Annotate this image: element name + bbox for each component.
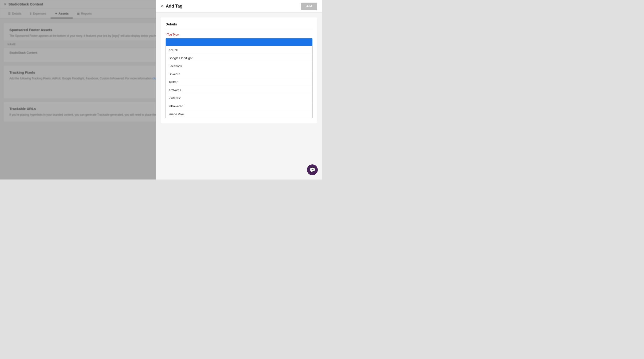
dropdown-option-linkedin[interactable]: LinkedIn: [166, 70, 312, 78]
dropdown-option-inpowered[interactable]: InPowered: [166, 102, 312, 110]
dropdown-option-facebook[interactable]: Facebook: [166, 62, 312, 70]
details-card: Details * Tag Type AdRoll Google Floodli…: [161, 18, 317, 123]
dropdown-selected-item[interactable]: [166, 38, 312, 46]
dropdown-option-pinterest[interactable]: Pinterest: [166, 94, 312, 102]
tag-type-dropdown[interactable]: AdRoll Google Floodlight Facebook Linked…: [166, 38, 312, 118]
dropdown-option-google-floodlight[interactable]: Google Floodlight: [166, 54, 312, 62]
modal-close-icon[interactable]: ×: [161, 4, 163, 9]
chat-bubble[interactable]: 💬: [307, 164, 318, 175]
add-tag-modal: × Add Tag Add Details * Tag Type AdRoll …: [156, 0, 322, 180]
modal-title: Add Tag: [166, 4, 298, 9]
details-section-title: Details: [166, 22, 312, 29]
chat-icon: 💬: [310, 167, 316, 173]
dropdown-options-list: AdRoll Google Floodlight Facebook Linked…: [166, 46, 312, 118]
dropdown-option-adwords[interactable]: AdWords: [166, 86, 312, 94]
dropdown-option-image-pixel[interactable]: Image Pixel: [166, 110, 312, 118]
tag-type-field: * Tag Type AdRoll Google Floodlight Face…: [166, 33, 312, 118]
modal-header: × Add Tag Add: [156, 0, 322, 13]
modal-content: Details * Tag Type AdRoll Google Floodli…: [156, 13, 322, 180]
tag-type-label: * Tag Type: [166, 33, 312, 36]
add-tag-button[interactable]: Add: [301, 3, 317, 10]
dropdown-option-twitter[interactable]: Twitter: [166, 78, 312, 86]
dropdown-option-adroll[interactable]: AdRoll: [166, 46, 312, 54]
